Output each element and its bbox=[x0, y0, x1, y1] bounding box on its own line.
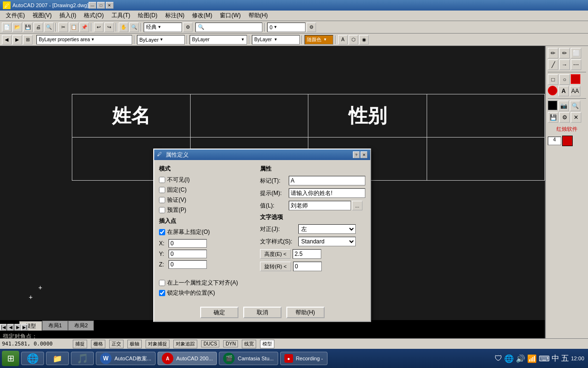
fp-red-circle1[interactable] bbox=[548, 86, 557, 95]
height-button[interactable]: 高度(E) < bbox=[260, 249, 291, 259]
rotate-button[interactable]: 旋转(R) < bbox=[260, 262, 291, 271]
clock-display[interactable]: 12:00 bbox=[571, 355, 584, 362]
menu-view[interactable]: 视图(V) bbox=[29, 11, 56, 21]
plot-preview[interactable]: 🔍 bbox=[44, 23, 54, 32]
style-select[interactable]: Standard bbox=[298, 237, 356, 246]
pan-button[interactable]: ✋ bbox=[119, 23, 128, 32]
tab-layout1[interactable]: 布局1 bbox=[42, 321, 68, 331]
search-bar[interactable]: 🔍 bbox=[195, 23, 262, 32]
menu-draw[interactable]: 绘图(D) bbox=[134, 11, 161, 21]
fp-btn-text-a[interactable]: A bbox=[558, 86, 569, 96]
taskbar-autocad[interactable]: A AutoCAD 200... bbox=[158, 352, 217, 365]
verify-checkbox[interactable] bbox=[159, 197, 165, 203]
taskbar-word[interactable]: W AutoCAD教案... bbox=[96, 352, 156, 365]
menu-modify[interactable]: 修改(M) bbox=[188, 11, 216, 21]
open-button[interactable]: 📂 bbox=[12, 23, 22, 32]
menu-help[interactable]: 帮助(H) bbox=[245, 11, 272, 21]
height-input[interactable] bbox=[293, 249, 321, 259]
justify-select[interactable]: 左 bbox=[298, 224, 356, 234]
dialog-help-btn[interactable]: ? bbox=[353, 151, 360, 158]
z-input[interactable] bbox=[169, 260, 207, 269]
copy-button[interactable]: 📋 bbox=[69, 23, 79, 32]
nav-last[interactable]: ▶| bbox=[22, 324, 28, 331]
tray-keyboard[interactable]: ⌨ bbox=[539, 354, 550, 363]
menu-window[interactable]: 窗口(W) bbox=[216, 11, 244, 21]
tray-ime2[interactable]: 五 bbox=[561, 354, 569, 364]
value-browse-btn[interactable]: ... bbox=[352, 201, 362, 210]
menu-insert[interactable]: 插入(I) bbox=[56, 11, 80, 21]
nav-next[interactable]: ▶ bbox=[14, 324, 21, 331]
layer-prev[interactable]: ◀ bbox=[2, 35, 11, 45]
ortho-button[interactable]: 正交 bbox=[109, 340, 124, 348]
nav-prev[interactable]: ◀ bbox=[7, 324, 14, 331]
menu-file[interactable]: 文件(E) bbox=[2, 11, 29, 21]
paste-button[interactable]: 📌 bbox=[79, 23, 89, 32]
value-input[interactable] bbox=[289, 201, 351, 210]
fixed-checkbox[interactable] bbox=[159, 187, 165, 193]
fp-red-square[interactable] bbox=[571, 74, 580, 84]
tray-security[interactable]: 🛡 bbox=[495, 354, 502, 363]
new-button[interactable]: 📄 bbox=[2, 23, 11, 32]
prompt-input[interactable] bbox=[289, 188, 365, 198]
lineweight-display[interactable]: ByLayer ▼ bbox=[252, 35, 300, 45]
fp-btn-screenshot[interactable]: 📷 bbox=[558, 101, 569, 111]
model-button[interactable]: 模型 bbox=[260, 340, 274, 348]
fp-btn-line[interactable]: ╱ bbox=[548, 59, 558, 70]
menu-format[interactable]: 格式(O) bbox=[80, 11, 107, 21]
help-button[interactable]: 帮助(H) bbox=[286, 307, 325, 318]
rotate-input[interactable] bbox=[293, 262, 322, 271]
polar-button[interactable]: 极轴 bbox=[127, 340, 142, 348]
fp-btn-magnify[interactable]: 🔍 bbox=[570, 101, 580, 111]
zoom-button[interactable]: 🔍 bbox=[129, 23, 139, 32]
layer-state-dropdown[interactable]: ByLayer properties area ▼ bbox=[36, 35, 132, 45]
ok-button[interactable]: 确定 bbox=[200, 307, 238, 318]
size-input[interactable]: 4 bbox=[548, 137, 561, 145]
extra-btn1[interactable]: A bbox=[338, 35, 348, 45]
fp-btn-settings[interactable]: ⚙ bbox=[559, 112, 570, 123]
linetype-display[interactable]: ByLayer ▼ bbox=[190, 35, 247, 45]
lock-checkbox[interactable] bbox=[159, 290, 165, 296]
invisible-checkbox[interactable] bbox=[159, 177, 165, 183]
taskbar-ie[interactable]: 🌐 bbox=[21, 352, 44, 365]
redo-button[interactable]: ↪ bbox=[104, 23, 114, 32]
cut-button[interactable]: ✂ bbox=[58, 23, 68, 32]
ducs-button[interactable]: DUCS bbox=[201, 340, 219, 347]
fp-btn-highlight[interactable]: ✏ bbox=[559, 48, 570, 58]
layer-dropdown[interactable]: 0 ▼ bbox=[267, 23, 305, 32]
nav-first[interactable]: |◀ bbox=[0, 324, 7, 331]
tray-network[interactable]: 🌐 bbox=[504, 354, 514, 363]
fp-btn-dotted[interactable]: ⋯ bbox=[571, 59, 581, 70]
y-input[interactable] bbox=[169, 250, 207, 258]
layer-config[interactable]: ⚙ bbox=[306, 23, 316, 32]
dialog-close-btn[interactable]: ✕ bbox=[361, 151, 367, 158]
layer-all[interactable]: ⊞ bbox=[23, 35, 33, 45]
extra-btn3[interactable]: ◉ bbox=[359, 35, 369, 45]
tab-layout2[interactable]: 布局2 bbox=[68, 321, 94, 331]
fp-btn-save-note[interactable]: 💾 bbox=[548, 112, 558, 123]
grid-button[interactable]: 栅格 bbox=[91, 340, 105, 348]
taskbar-camtasia[interactable]: 🎬 Camtasia Stu... bbox=[219, 352, 278, 365]
dialog-title-bar[interactable]: 🖊 属性定义 ? ✕ bbox=[154, 150, 370, 160]
tag-input[interactable] bbox=[289, 176, 365, 185]
recording-button[interactable]: ● Recording - bbox=[280, 352, 328, 365]
fp-btn-black[interactable] bbox=[548, 101, 557, 110]
preset-checkbox[interactable] bbox=[159, 207, 165, 213]
x-input[interactable] bbox=[169, 239, 207, 248]
on-screen-checkbox[interactable] bbox=[159, 229, 165, 235]
tray-wifi[interactable]: 📶 bbox=[527, 354, 537, 363]
taskbar-explorer[interactable]: 📁 bbox=[46, 352, 69, 365]
otrack-button[interactable]: 对象追踪 bbox=[173, 340, 197, 348]
tray-input-method[interactable]: 中 bbox=[552, 354, 559, 364]
minimize-button[interactable]: — bbox=[89, 2, 96, 9]
tray-volume[interactable]: 🔊 bbox=[516, 354, 525, 363]
layer-next[interactable]: ▶ bbox=[12, 35, 22, 45]
fp-btn-pencil[interactable]: ✏ bbox=[548, 48, 558, 58]
osnap-button[interactable]: 对象捕捉 bbox=[146, 340, 170, 348]
fp-btn-arrow[interactable]: → bbox=[559, 59, 570, 70]
color-dropdown[interactable]: ByLayer ▼ bbox=[137, 35, 185, 45]
cancel-button[interactable]: 取消 bbox=[243, 307, 282, 318]
extra-btn2[interactable]: ⬡ bbox=[349, 35, 358, 45]
start-button[interactable]: ⊞ bbox=[2, 351, 19, 366]
workspace-config[interactable]: ⚙ bbox=[183, 23, 192, 32]
taskbar-media[interactable]: 🎵 bbox=[71, 352, 94, 365]
